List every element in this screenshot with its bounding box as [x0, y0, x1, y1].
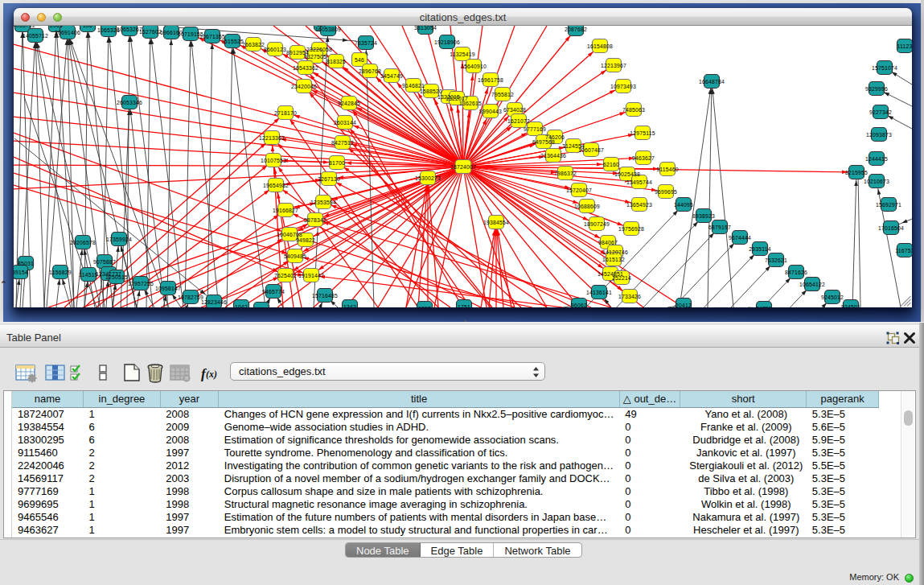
- svg-text:6734028: 6734028: [503, 107, 526, 113]
- svg-text:23420046: 23420046: [291, 84, 317, 89]
- svg-text:3267130: 3267130: [318, 176, 340, 182]
- svg-text:1250515: 1250515: [105, 274, 128, 280]
- svg-text:10607487: 10607487: [578, 147, 604, 153]
- svg-text:84751: 84751: [756, 306, 772, 308]
- svg-text:14136141: 14136141: [586, 290, 612, 295]
- svg-text:1621072: 1621072: [507, 118, 530, 124]
- svg-text:19756928: 19756928: [618, 226, 644, 232]
- svg-text:8990443: 8990443: [479, 109, 502, 114]
- svg-text:252214: 252214: [612, 275, 631, 281]
- svg-text:10782759: 10782759: [178, 295, 203, 300]
- svg-text:1733426: 1733426: [618, 294, 641, 299]
- svg-text:1527602: 1527602: [139, 29, 162, 35]
- svg-text:3454749: 3454749: [380, 73, 403, 79]
- svg-text:12093873: 12093873: [866, 132, 892, 138]
- svg-text:2935114: 2935114: [749, 246, 771, 252]
- svg-text:8427512: 8427512: [331, 140, 354, 146]
- svg-text:81700: 81700: [329, 160, 345, 166]
- svg-text:1042: 1042: [235, 304, 248, 308]
- svg-text:8938923: 8938923: [692, 213, 715, 219]
- svg-text:818325: 818325: [326, 59, 346, 64]
- svg-text:3813054: 3813054: [414, 26, 437, 31]
- svg-text:9075887: 9075887: [93, 259, 116, 265]
- svg-text:546: 546: [355, 57, 364, 63]
- svg-text:19654982: 19654982: [263, 183, 289, 188]
- svg-text:18724007: 18724007: [450, 164, 476, 170]
- svg-text:7663822: 7663822: [242, 42, 265, 47]
- svg-text:23226058: 23226058: [306, 47, 332, 52]
- svg-text:12213363: 12213363: [259, 135, 285, 141]
- svg-text:11123: 11123: [897, 43, 912, 49]
- svg-text:62160: 62160: [603, 162, 619, 167]
- svg-text:20412: 20412: [676, 303, 692, 308]
- svg-text:144095: 144095: [674, 202, 693, 208]
- svg-text:1156829: 1156829: [49, 270, 72, 275]
- svg-text:1588520: 1588520: [420, 89, 442, 94]
- svg-text:9465774: 9465774: [262, 289, 285, 295]
- svg-text:21364436: 21364436: [540, 153, 566, 159]
- svg-text:7986372: 7986372: [554, 171, 577, 176]
- svg-text:9115460: 9115460: [656, 167, 679, 172]
- svg-text:1244415: 1244415: [865, 156, 888, 162]
- svg-text:106: 106: [83, 26, 92, 28]
- svg-text:39154: 39154: [14, 270, 28, 275]
- svg-text:2718170: 2718170: [274, 110, 297, 116]
- svg-text:14055712: 14055712: [14, 26, 35, 28]
- svg-text:10654122: 10654122: [799, 282, 825, 287]
- svg-text:20424: 20424: [253, 307, 269, 308]
- svg-text:9146821: 9146821: [402, 83, 425, 89]
- svg-text:14055712: 14055712: [23, 33, 48, 39]
- svg-text:13654923: 13654923: [626, 202, 652, 208]
- svg-text:7485063: 7485063: [622, 107, 645, 113]
- svg-text:2896768: 2896768: [359, 68, 381, 74]
- svg-text:924501: 924501: [841, 304, 860, 308]
- svg-text:7955812: 7955812: [491, 92, 514, 97]
- svg-text:1292: 1292: [418, 306, 431, 308]
- svg-text:7515525: 7515525: [221, 39, 244, 44]
- svg-text:984067: 984067: [598, 240, 618, 245]
- svg-text:1362615: 1362615: [459, 101, 482, 106]
- svg-text:9245012: 9245012: [821, 295, 844, 300]
- svg-text:19191447: 19191447: [298, 273, 324, 278]
- svg-text:19166827: 19166827: [273, 208, 298, 213]
- svg-text:9327505: 9327505: [304, 54, 326, 60]
- svg-text:10025438: 10025438: [614, 171, 640, 177]
- svg-text:15751074: 15751074: [872, 65, 897, 71]
- svg-text:10688609: 10688609: [574, 204, 600, 209]
- svg-text:5409485: 5409485: [284, 253, 306, 259]
- svg-text:9329996: 9329996: [865, 86, 888, 92]
- svg-text:20691406: 20691406: [55, 30, 80, 35]
- svg-text:96062: 96062: [571, 303, 587, 308]
- svg-text:9674444: 9674444: [729, 235, 751, 241]
- svg-text:10973493: 10973493: [610, 84, 636, 89]
- svg-text:16154808: 16154808: [587, 43, 613, 49]
- svg-text:15640910: 15640910: [461, 64, 487, 69]
- svg-text:16648784: 16648784: [699, 79, 725, 84]
- svg-text:8660123: 8660123: [264, 47, 286, 52]
- svg-text:8215955: 8215955: [845, 170, 868, 175]
- svg-text:2087682: 2087682: [565, 27, 587, 32]
- svg-text:9777169: 9777169: [524, 126, 546, 132]
- svg-text:9242845: 9242845: [338, 101, 360, 106]
- svg-text:7625402: 7625402: [274, 273, 297, 278]
- svg-text:17359924: 17359924: [106, 237, 132, 242]
- svg-text:16961758: 16961758: [478, 77, 503, 83]
- svg-text:20206578: 20206578: [70, 240, 96, 245]
- svg-text:7632621: 7632621: [765, 257, 787, 263]
- svg-text:17016504: 17016504: [878, 225, 904, 231]
- svg-text:949822: 949822: [296, 237, 315, 243]
- svg-text:8471626: 8471626: [785, 270, 807, 275]
- svg-text:12975115: 12975115: [630, 130, 655, 136]
- svg-text:9463627: 9463627: [632, 155, 655, 161]
- svg-text:1342: 1342: [343, 304, 356, 308]
- svg-text:85031: 85031: [18, 261, 34, 266]
- svg-text:16053809: 16053809: [315, 27, 341, 32]
- svg-text:15720407: 15720407: [566, 187, 592, 193]
- svg-text:12823446: 12823446: [201, 299, 227, 305]
- svg-text:6497568: 6497568: [532, 139, 555, 145]
- svg-text:19218906: 19218906: [434, 39, 460, 45]
- svg-text:7835724: 7835724: [355, 40, 377, 46]
- svg-text:2603144: 2603144: [334, 120, 356, 126]
- svg-text:(x): (x): [206, 369, 217, 380]
- svg-text:1751: 1751: [458, 304, 470, 308]
